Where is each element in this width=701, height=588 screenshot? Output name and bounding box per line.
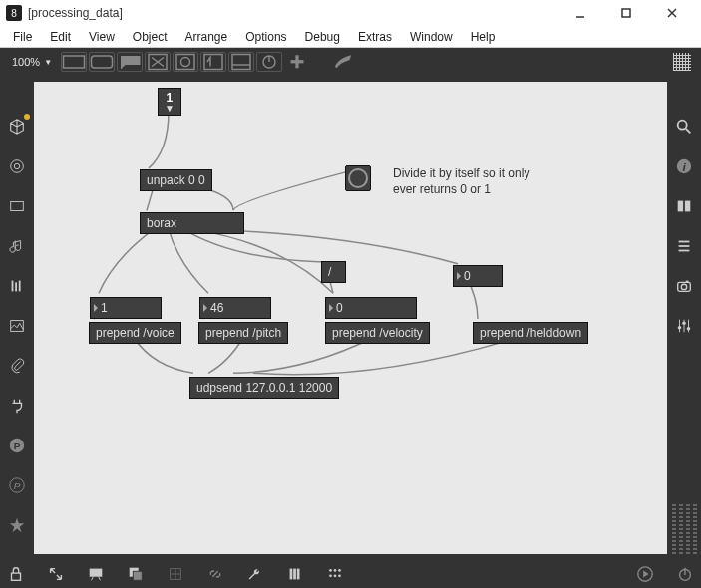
svg-rect-34 [685, 201, 690, 212]
svg-rect-11 [204, 55, 222, 70]
app-icon: 8 [6, 5, 22, 21]
svg-rect-5 [92, 56, 113, 68]
svg-rect-40 [686, 281, 689, 283]
svg-line-30 [686, 129, 691, 134]
number-voice[interactable]: 1 [90, 297, 162, 319]
grid-icon[interactable] [166, 564, 185, 584]
new-object-icon[interactable] [61, 52, 87, 72]
camera-icon[interactable] [673, 275, 695, 297]
button-object[interactable] [345, 165, 371, 191]
menu-debug[interactable]: Debug [296, 28, 349, 46]
zoom-select[interactable]: 100%▼ [4, 56, 60, 68]
close-button[interactable] [649, 0, 695, 26]
image-icon[interactable] [6, 315, 28, 337]
music-icon[interactable] [6, 235, 28, 257]
svg-point-61 [338, 574, 341, 577]
svg-point-19 [14, 163, 19, 168]
svg-point-39 [681, 284, 686, 289]
number-velocity[interactable]: 0 [325, 297, 417, 319]
letter-p-icon[interactable]: P [6, 435, 28, 456]
number-icon[interactable] [200, 52, 226, 72]
unpack-object[interactable]: unpack 0 0 [140, 169, 212, 191]
workspace: P P i [0, 76, 701, 560]
svg-rect-54 [293, 569, 296, 580]
svg-point-57 [334, 569, 337, 572]
borax-object[interactable]: borax [140, 212, 244, 234]
minimize-button[interactable] [557, 0, 603, 26]
menu-extras[interactable]: Extras [349, 28, 401, 46]
prepend-velocity-object[interactable]: prepend /velocity [325, 322, 430, 344]
power-icon[interactable] [675, 564, 695, 584]
star-icon[interactable] [6, 514, 28, 536]
panel-icon[interactable] [6, 195, 28, 217]
top-toolbar: 100%▼ [0, 48, 701, 76]
sliders-icon[interactable] [673, 315, 695, 337]
window-title: [processing_data] [28, 6, 557, 20]
menu-help[interactable]: Help [462, 28, 505, 46]
comment-text: Divide it by itself so it only ever retu… [393, 166, 529, 197]
prepend-pitch-object[interactable]: prepend /pitch [198, 322, 288, 344]
new-message-icon[interactable] [89, 52, 115, 72]
chevron-down-icon: ▼ [165, 105, 175, 113]
columns-icon[interactable] [6, 275, 28, 297]
plug-icon[interactable] [6, 395, 28, 417]
toggle-icon[interactable] [145, 52, 171, 72]
svg-rect-23 [19, 281, 21, 292]
menu-arrange[interactable]: Arrange [176, 28, 237, 46]
divide-object[interactable]: / [321, 261, 346, 283]
svg-point-46 [687, 327, 691, 331]
svg-point-56 [329, 569, 332, 572]
svg-rect-33 [678, 201, 683, 212]
number-pitch[interactable]: 46 [199, 297, 271, 319]
inlet-object[interactable]: 1 ▼ [158, 88, 181, 116]
menu-object[interactable]: Object [124, 28, 176, 46]
letter-p2-icon[interactable]: P [6, 474, 28, 496]
menu-options[interactable]: Options [236, 28, 295, 46]
number-helddown[interactable]: 0 [453, 265, 503, 287]
svg-point-29 [678, 121, 687, 130]
menu-edit[interactable]: Edit [41, 28, 80, 46]
svg-rect-47 [12, 573, 21, 580]
maximize-button[interactable] [603, 0, 649, 26]
dial-icon[interactable] [256, 52, 282, 72]
link-icon[interactable] [205, 564, 225, 584]
svg-text:P: P [14, 441, 21, 451]
add-icon[interactable] [284, 52, 310, 72]
info-icon[interactable]: i [673, 155, 695, 177]
menu-file[interactable]: File [4, 28, 41, 46]
svg-rect-52 [133, 571, 142, 580]
lock-icon[interactable] [6, 564, 26, 584]
svg-point-44 [678, 326, 682, 330]
layers-icon[interactable] [126, 564, 146, 584]
presentation-icon[interactable] [86, 564, 106, 584]
new-comment-icon[interactable] [117, 52, 143, 72]
wrench-icon[interactable] [245, 564, 265, 584]
brush-icon[interactable] [330, 52, 356, 72]
svg-point-45 [682, 322, 686, 326]
menu-view[interactable]: View [80, 28, 124, 46]
prepend-helddown-object[interactable]: prepend /helddown [473, 322, 588, 344]
svg-point-59 [329, 574, 332, 577]
svg-rect-12 [232, 55, 250, 70]
dots-icon[interactable] [325, 564, 345, 584]
button-icon[interactable] [173, 52, 198, 72]
level-meters [671, 494, 697, 554]
expand-icon[interactable] [46, 564, 66, 584]
target-icon[interactable] [6, 155, 28, 177]
prepend-voice-object[interactable]: prepend /voice [89, 322, 181, 344]
patcher-canvas[interactable]: 1 ▼ unpack 0 0 Divide it by itself so it… [34, 82, 667, 554]
svg-rect-1 [622, 9, 630, 17]
paperclip-icon[interactable] [6, 355, 28, 377]
slider-icon[interactable] [228, 52, 254, 72]
chevron-down-icon: ▼ [44, 58, 52, 67]
book-icon[interactable] [673, 195, 695, 217]
titlebar: 8 [processing_data] [0, 0, 701, 26]
cube-icon[interactable] [6, 116, 28, 138]
piano-icon[interactable] [285, 564, 305, 584]
svg-point-60 [334, 574, 337, 577]
list-icon[interactable] [673, 235, 695, 257]
udpsend-object[interactable]: udpsend 127.0.0.1 12000 [189, 377, 339, 399]
menu-window[interactable]: Window [401, 28, 462, 46]
search-icon[interactable] [673, 116, 695, 138]
play-icon[interactable] [635, 564, 655, 584]
